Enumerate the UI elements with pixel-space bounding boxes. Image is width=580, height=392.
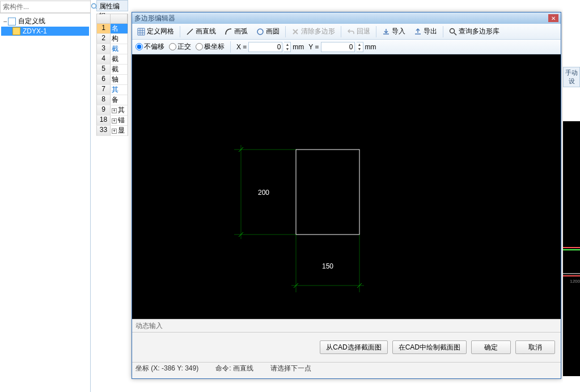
expand-icon[interactable]: + — [112, 108, 117, 113]
polygon-editor-dialog: 多边形编辑器 ✕ 定义网格 画直线 画弧 画圆 — [132, 12, 561, 379]
table-row[interactable]: 9+其 — [96, 105, 128, 116]
svg-text:150: 150 — [322, 262, 333, 270]
polar-radio[interactable]: 极坐标 — [196, 42, 225, 52]
dynamic-input[interactable] — [136, 322, 557, 330]
table-row[interactable]: 8备 — [96, 95, 128, 105]
tree-child-label: ZDYX-1 — [23, 27, 47, 35]
spin-up-icon[interactable]: ▲ — [357, 42, 363, 47]
x-input[interactable] — [248, 42, 282, 52]
canvas[interactable]: 200 150 — [132, 54, 561, 319]
table-row[interactable]: 3截 — [96, 44, 128, 54]
status-prompt: 请选择下一点 — [270, 364, 311, 373]
cancel-button[interactable]: 取消 — [515, 340, 555, 354]
right-dark-area: 1200 — [563, 121, 580, 376]
export-button[interactable]: 导出 — [410, 25, 441, 38]
search-input[interactable] — [0, 1, 91, 13]
draw-cad-button[interactable]: 在CAD中绘制截面图 — [392, 340, 467, 354]
search-icon — [449, 28, 457, 36]
dynamic-input-row — [132, 319, 561, 333]
svg-point-0 — [92, 3, 96, 8]
clear-button[interactable]: 清除多边形 — [287, 25, 339, 38]
svg-point-3 — [257, 29, 263, 35]
tree-root[interactable]: − 自定义线 — [1, 16, 89, 27]
left-sidebar: − 自定义线 ZDYX-1 — [0, 0, 91, 392]
dialog-titlebar[interactable]: 多边形编辑器 ✕ — [132, 12, 561, 24]
undo-icon — [347, 28, 355, 36]
query-button[interactable]: 查询多边形库 — [445, 25, 503, 38]
table-row[interactable]: 5截 — [96, 65, 128, 75]
folder-icon — [8, 18, 16, 25]
table-row[interactable]: 18+锚 — [96, 116, 128, 126]
no-offset-radio[interactable]: 不偏移 — [136, 42, 164, 52]
svg-rect-6 — [296, 150, 359, 235]
y-coord: Y = ▲ ▼ mm — [308, 42, 376, 52]
y-input[interactable] — [321, 42, 355, 52]
property-title: 属性编辑 — [96, 0, 128, 11]
grid-icon — [137, 28, 145, 36]
collapse-icon[interactable]: − — [2, 18, 8, 25]
line-button[interactable]: 画直线 — [182, 25, 220, 38]
import-icon — [382, 28, 390, 36]
button-row: 从CAD选择截面图 在CAD中绘制截面图 确定 取消 — [132, 333, 561, 362]
spin-down-icon[interactable]: ▼ — [284, 47, 290, 52]
svg-line-5 — [454, 33, 456, 35]
grid-button[interactable]: 定义网格 — [133, 25, 178, 38]
circle-button[interactable]: 画圆 — [252, 25, 283, 38]
table-row[interactable]: 1名 — [96, 24, 128, 34]
tree-root-label: 自定义线 — [18, 16, 45, 26]
toolbar: 定义网格 画直线 画弧 画圆 清除多边形 — [132, 24, 561, 40]
line-icon — [186, 28, 194, 36]
search-row — [0, 0, 90, 14]
ok-button[interactable]: 确定 — [471, 340, 511, 354]
close-button[interactable]: ✕ — [548, 14, 558, 22]
status-bar: 坐标 (X: -386 Y: 349) 命令: 画直线 请选择下一点 — [132, 362, 561, 374]
expand-icon[interactable]: + — [112, 118, 117, 123]
x-coord: X = ▲ ▼ mm — [236, 42, 304, 52]
x-spinner[interactable]: ▲ ▼ — [284, 42, 291, 52]
grid-header — [96, 14, 128, 24]
options-bar: 不偏移 正交 极坐标 X = ▲ ▼ mm Y = ▲ ▼ mm — [132, 40, 561, 54]
svg-line-2 — [187, 29, 193, 35]
grid-header-num — [97, 14, 111, 23]
select-cad-button[interactable]: 从CAD选择截面图 — [320, 340, 387, 354]
table-row[interactable]: 6轴 — [96, 75, 128, 85]
clear-icon — [291, 28, 299, 36]
item-icon — [12, 27, 20, 35]
import-button[interactable]: 导入 — [378, 25, 409, 38]
status-coord: 坐标 (X: -386 Y: 349) — [136, 364, 198, 373]
svg-point-4 — [450, 28, 455, 33]
grid-header-label — [111, 14, 128, 23]
ortho-radio[interactable]: 正交 — [169, 42, 191, 52]
status-cmd: 命令: 画直线 — [215, 364, 253, 373]
tree: − 自定义线 ZDYX-1 — [0, 14, 90, 38]
tree-child[interactable]: ZDYX-1 — [1, 27, 89, 36]
undo-button[interactable]: 回退 — [343, 25, 374, 38]
dialog-title-text: 多边形编辑器 — [134, 14, 548, 23]
table-row[interactable]: 4截 — [96, 54, 128, 65]
right-edge-label: 手动设 — [563, 67, 580, 87]
table-row[interactable]: 7其 — [96, 85, 128, 95]
arc-button[interactable]: 画弧 — [221, 25, 252, 38]
spin-up-icon[interactable]: ▲ — [284, 42, 290, 47]
y-spinner[interactable]: ▲ ▼ — [357, 42, 363, 52]
expand-icon[interactable]: + — [112, 129, 117, 134]
export-icon — [414, 28, 422, 36]
right-edge-panel: 手动设 1200 — [563, 0, 580, 392]
circle-icon — [256, 28, 264, 36]
property-grid: 1名2构3截4截5截6轴7其8备9+其18+锚33+显 — [96, 14, 128, 136]
spin-down-icon[interactable]: ▼ — [357, 47, 363, 52]
arc-icon — [225, 28, 232, 36]
property-panel: 属性编辑 1名2构3截4截5截6轴7其8备9+其18+锚33+显 — [96, 0, 128, 392]
table-row[interactable]: 33+显 — [96, 126, 128, 136]
svg-text:200: 200 — [258, 189, 269, 197]
table-row[interactable]: 2构 — [96, 34, 128, 44]
drawing-svg: 200 150 — [132, 54, 561, 319]
